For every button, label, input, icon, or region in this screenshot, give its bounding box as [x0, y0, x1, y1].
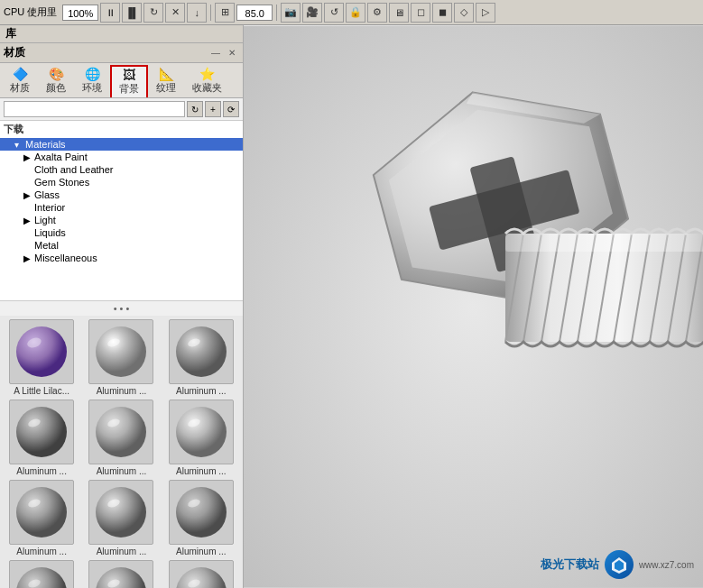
- tool-button1[interactable]: ◻: [411, 3, 430, 23]
- tree-arrow-light: ▶: [23, 216, 32, 225]
- search-input[interactable]: [4, 101, 185, 117]
- tree-arrow-misc: ▶: [23, 253, 32, 263]
- step-button[interactable]: ▐▌: [122, 3, 142, 23]
- background-tab-icon: 🖼: [123, 69, 135, 81]
- svg-point-0: [16, 326, 67, 377]
- down-button[interactable]: ↓: [187, 3, 207, 23]
- thumb-label-9: Aluminum ...: [165, 547, 237, 556]
- separator-2: [276, 5, 277, 21]
- thumb-item-7[interactable]: Aluminum ...: [4, 480, 79, 556]
- thumb-item-9[interactable]: Aluminum ...: [163, 480, 239, 556]
- material-tabs: 🔷 材质 🎨 颜色 🌐 环境 🖼 背景 📐 纹理 ⭐ 收藏夹: [0, 63, 243, 98]
- svg-point-21: [96, 567, 146, 588]
- svg-rect-44: [505, 234, 703, 252]
- material-tab-icon: 🔷: [13, 68, 28, 80]
- thumb-item-1[interactable]: A Little Lilac...: [4, 319, 79, 396]
- tab-texture[interactable]: 📐 纹理: [148, 65, 184, 97]
- thumb-item-10[interactable]: Aluminum ...: [4, 560, 79, 588]
- tree-arrow-axalta: ▶: [23, 152, 32, 162]
- site-logo-icon: [610, 556, 628, 574]
- viewport[interactable]: KeyShot KeyShot KeyShot KeyShot KeyShot …: [244, 25, 703, 588]
- favorites-tab-icon: ⭐: [199, 68, 215, 80]
- tree-label-axalta: Axalta Paint: [34, 152, 88, 162]
- screenshot-button[interactable]: 📷: [281, 3, 301, 23]
- site-logo-circle: [605, 550, 634, 579]
- tab-favorites[interactable]: ⭐ 收藏夹: [184, 65, 230, 97]
- tab-color[interactable]: 🎨 颜色: [38, 65, 74, 97]
- color-tab-label: 颜色: [46, 81, 66, 95]
- color-tab-icon: 🎨: [49, 68, 64, 80]
- svg-point-13: [16, 487, 67, 537]
- tool-button4[interactable]: ▷: [476, 3, 495, 23]
- texture-tab-icon: 📐: [159, 68, 174, 80]
- tree-arrow-materials: ▾: [14, 140, 23, 150]
- library-header: 库: [0, 25, 243, 43]
- lock-button[interactable]: 🔒: [346, 3, 365, 23]
- svg-point-9: [96, 407, 146, 457]
- search-refresh-button[interactable]: ↻: [187, 101, 203, 117]
- tree-label-interior: Interior: [34, 202, 65, 213]
- search-bar: ↻ + ⟳: [0, 98, 243, 121]
- thumb-item-3[interactable]: Aluminum ...: [163, 319, 239, 396]
- svg-point-23: [176, 567, 227, 588]
- tree-item-liquids[interactable]: Liquids: [0, 226, 243, 239]
- zoom-value[interactable]: 85.0: [236, 5, 273, 21]
- tree-item-gems[interactable]: Gem Stones: [0, 176, 243, 188]
- panel-minimize-button[interactable]: —: [208, 46, 223, 60]
- refresh-button[interactable]: ↻: [143, 3, 163, 23]
- panel-header-icons: — ✕: [208, 46, 239, 60]
- tool-button2[interactable]: ◼: [432, 3, 452, 23]
- search-sync-button[interactable]: ⟳: [223, 101, 239, 117]
- main-toolbar: CPU 使用里 100% ⏸ ▐▌ ↻ ✕ ↓ ⊞ 85.0 📷 🎥 ↺ 🔒 ⚙…: [0, 0, 703, 25]
- tab-material[interactable]: 🔷 材质: [2, 65, 38, 97]
- tree-arrow-liquids: [23, 228, 32, 238]
- pause-button[interactable]: ⏸: [100, 3, 120, 23]
- thumb-label-8: Aluminum ...: [85, 547, 157, 556]
- thumb-label-5: Aluminum ...: [85, 466, 157, 476]
- tree-item-interior[interactable]: Interior: [0, 201, 243, 214]
- thumb-label-1: A Little Lilac...: [5, 386, 78, 396]
- tree-item-axalta[interactable]: ▶ Axalta Paint: [0, 151, 243, 163]
- thumb-item-11[interactable]: Aluminum ...: [83, 560, 159, 588]
- site-name: 极光下载站: [541, 556, 599, 573]
- tree-item-cloth[interactable]: Cloth and Leather: [0, 163, 243, 176]
- panel-close-button[interactable]: ✕: [225, 46, 239, 60]
- thumbs-divider: • • •: [0, 301, 243, 316]
- thumb-item-8[interactable]: Aluminum ...: [83, 480, 159, 556]
- thumb-label-6: Aluminum ...: [165, 466, 237, 476]
- tree-item-metal[interactable]: Metal: [0, 239, 243, 252]
- camera-button[interactable]: 🎥: [302, 3, 322, 23]
- thumb-item-5[interactable]: Aluminum ...: [83, 400, 159, 476]
- thumb-img-10: [9, 560, 74, 588]
- tree-item-misc[interactable]: ▶ Miscellaneous: [0, 252, 243, 264]
- main-content: 库 材质 — ✕ 🔷 材质 🎨 颜色 🌐 环境: [0, 25, 703, 588]
- screen-button[interactable]: 🖥: [389, 3, 409, 23]
- thumb-img-2: [88, 319, 153, 384]
- grid-button[interactable]: ⊞: [215, 3, 235, 23]
- tool-button3[interactable]: ◇: [454, 3, 474, 23]
- settings-button[interactable]: ⚙: [367, 3, 387, 23]
- rotate-button[interactable]: ↺: [324, 3, 344, 23]
- tree-item-glass[interactable]: ▶ Glass: [0, 188, 243, 201]
- thumb-item-6[interactable]: Aluminum ...: [163, 400, 239, 476]
- tree-item-light[interactable]: ▶ Light: [0, 214, 243, 226]
- tree-item-materials[interactable]: ▾ Materials: [0, 138, 243, 151]
- thumb-item-2[interactable]: Aluminum ...: [83, 319, 159, 396]
- thumb-img-5: [88, 400, 153, 464]
- thumb-label-3: Aluminum ...: [165, 386, 237, 396]
- svg-point-5: [176, 326, 227, 377]
- thumb-item-4[interactable]: Aluminum ...: [4, 400, 79, 476]
- tree-label-glass: Glass: [34, 189, 60, 200]
- cpu-value: 100%: [62, 5, 98, 21]
- svg-point-17: [176, 487, 227, 537]
- tree-arrow-interior: [23, 203, 32, 213]
- thumb-label-2: Aluminum ...: [85, 386, 157, 396]
- search-add-button[interactable]: +: [205, 101, 221, 117]
- stop-button[interactable]: ✕: [165, 3, 185, 23]
- material-panel-title: 材质: [4, 45, 25, 60]
- thumb-item-12[interactable]: Aluminum ...: [163, 560, 239, 588]
- tab-environment[interactable]: 🌐 环境: [74, 65, 110, 97]
- thumb-img-11: [88, 560, 153, 588]
- tab-background[interactable]: 🖼 背景: [110, 65, 148, 97]
- thumbs-grid: A Little Lilac...: [4, 319, 239, 588]
